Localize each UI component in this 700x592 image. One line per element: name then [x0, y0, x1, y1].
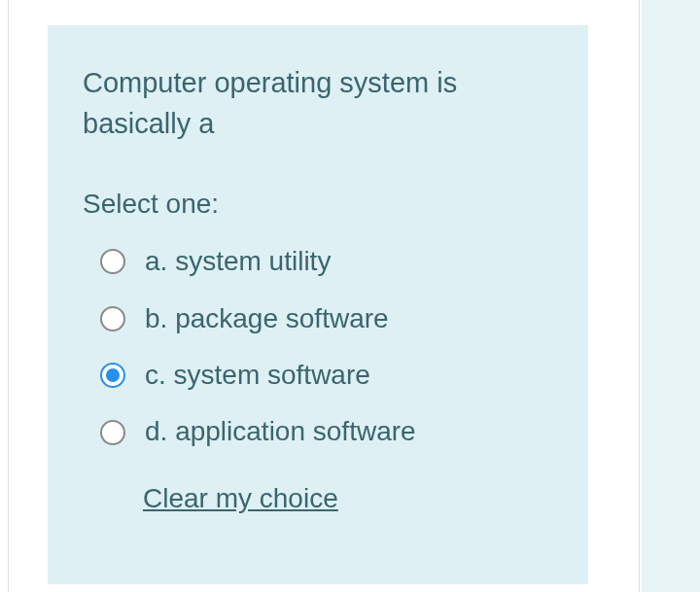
option-d[interactable]: d. application software — [100, 414, 553, 449]
option-label: c. system software — [145, 358, 370, 393]
radio-icon[interactable] — [100, 306, 125, 331]
right-sidebar-stub — [642, 0, 700, 592]
option-label: a. system utility — [145, 244, 331, 279]
option-label: b. package software — [145, 301, 389, 336]
option-b[interactable]: b. package software — [100, 301, 553, 336]
option-a[interactable]: a. system utility — [100, 244, 553, 279]
question-text: Computer operating system is basically a — [83, 62, 553, 144]
options-list: a. system utility b. package software c.… — [83, 244, 553, 450]
radio-icon[interactable] — [100, 249, 125, 274]
select-one-instruction: Select one: — [83, 185, 553, 223]
radio-icon[interactable] — [100, 420, 125, 445]
main-frame: Computer operating system is basically a… — [8, 0, 640, 592]
option-c[interactable]: c. system software — [100, 358, 553, 393]
clear-my-choice-link[interactable]: Clear my choice — [143, 483, 338, 514]
option-label: d. application software — [145, 414, 416, 449]
question-card: Computer operating system is basically a… — [48, 25, 588, 584]
radio-icon-selected[interactable] — [100, 363, 125, 388]
